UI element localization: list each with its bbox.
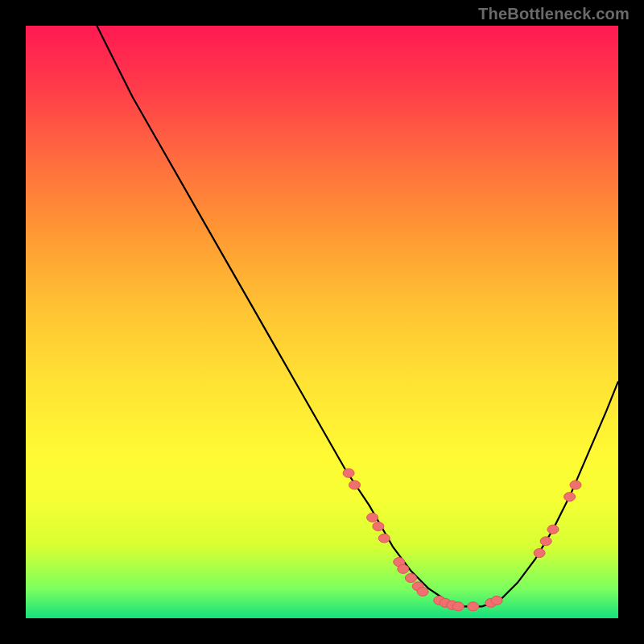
curve-markers	[343, 469, 581, 611]
curve-marker	[417, 587, 428, 596]
plot-svg	[26, 26, 618, 618]
bottleneck-curve	[97, 26, 618, 606]
curve-marker	[349, 481, 361, 489]
watermark-text: TheBottleneck.com	[478, 5, 630, 23]
curve-marker	[547, 525, 559, 534]
curve-marker	[378, 534, 390, 543]
curve-marker	[343, 469, 354, 477]
curve-marker	[570, 481, 581, 489]
curve-marker	[564, 493, 576, 502]
curve-marker	[405, 574, 416, 583]
curve-marker	[534, 549, 545, 558]
curve-marker	[373, 522, 384, 530]
curve-marker	[398, 564, 409, 573]
curve-marker	[540, 537, 551, 546]
curve-marker	[452, 602, 464, 611]
curve-marker	[468, 602, 479, 611]
curve-marker	[367, 513, 378, 522]
curve-marker	[491, 596, 502, 605]
